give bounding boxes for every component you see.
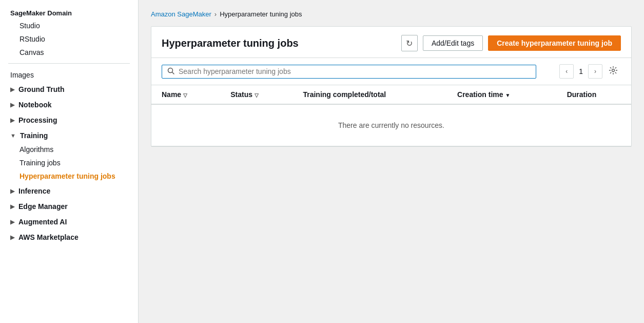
arrow-icon-edge-manager: ▶ [10, 203, 14, 210]
panel-title: Hyperparameter tuning jobs [162, 37, 299, 49]
col-header-duration[interactable]: Duration [557, 85, 631, 104]
sidebar-expandable-notebook[interactable]: ▶Notebook [0, 98, 138, 112]
arrow-icon-augmented-ai: ▶ [10, 219, 14, 225]
sidebar-item-canvas[interactable]: Canvas [0, 46, 138, 59]
arrow-icon-processing: ▶ [10, 117, 14, 124]
arrow-icon-aws-marketplace: ▶ [10, 234, 14, 241]
sidebar-group-label-augmented-ai: Augmented AI [18, 218, 67, 226]
sidebar-item-algorithms[interactable]: Algorithms [0, 143, 138, 156]
sidebar-group-edge-manager: ▶Edge Manager [0, 199, 138, 214]
sidebar-expandable-training[interactable]: ▼Training [0, 128, 138, 143]
svg-point-2 [612, 69, 615, 72]
create-hyperparameter-tuning-job-button[interactable]: Create hyperparameter tuning job [488, 35, 621, 51]
sidebar-group-label-notebook: Notebook [18, 101, 52, 109]
sidebar-group-label-inference: Inference [18, 187, 50, 195]
search-icon [167, 67, 174, 76]
breadcrumb-link[interactable]: Amazon SageMaker [151, 10, 211, 18]
col-header-name[interactable]: Name▽ [151, 85, 220, 104]
sidebar-group-label-ground-truth: Ground Truth [18, 85, 64, 93]
resources-table: Name▽Status▽Training completed/totalCrea… [151, 85, 631, 146]
refresh-icon: ↻ [406, 39, 413, 48]
sort-icon-status: ▽ [255, 92, 259, 98]
sidebar-group-training: ▼TrainingAlgorithmsTraining jobsHyperpar… [0, 128, 138, 183]
table-wrap: Name▽Status▽Training completed/totalCrea… [151, 85, 631, 146]
panel-actions: ↻ Add/Edit tags Create hyperparameter tu… [401, 35, 621, 51]
sort-icon-creation-time: ▼ [505, 92, 511, 98]
arrow-icon-inference: ▶ [10, 188, 14, 195]
sidebar-item-training-jobs[interactable]: Training jobs [0, 156, 138, 169]
sidebar-expandable-aws-marketplace[interactable]: ▶AWS Marketplace [0, 230, 138, 244]
pagination-next-icon: › [594, 68, 596, 75]
refresh-button[interactable]: ↻ [401, 35, 418, 51]
sidebar-group-ground-truth: ▶Ground Truth [0, 82, 138, 97]
search-input[interactable] [179, 67, 531, 75]
pagination-page: 1 [577, 67, 585, 75]
pagination-next-button[interactable]: › [588, 64, 602, 79]
sidebar-group-inference: ▶Inference [0, 184, 138, 198]
sidebar-expandable-edge-manager[interactable]: ▶Edge Manager [0, 199, 138, 214]
images-label: Images [0, 68, 138, 82]
col-header-training-completed[interactable]: Training completed/total [292, 85, 447, 104]
settings-icon [609, 68, 618, 77]
sidebar-expandable-processing[interactable]: ▶Processing [0, 113, 138, 127]
sidebar-item-studio[interactable]: Studio [0, 19, 138, 32]
table-settings-button[interactable] [606, 65, 621, 78]
sidebar-group-label-aws-marketplace: AWS Marketplace [18, 233, 79, 241]
col-header-status[interactable]: Status▽ [220, 85, 292, 104]
search-bar-row: ‹ 1 › [151, 58, 631, 85]
panel: Hyperparameter tuning jobs ↻ Add/Edit ta… [151, 26, 632, 147]
pagination-prev-icon: ‹ [565, 68, 568, 75]
sagemaker-domain-label: SageMaker Domain [0, 5, 138, 19]
breadcrumb-current: Hyperparameter tuning jobs [220, 10, 302, 18]
sidebar-expandable-augmented-ai[interactable]: ▶Augmented AI [0, 215, 138, 229]
sidebar-divider-1 [8, 63, 130, 64]
sidebar-group-processing: ▶Processing [0, 113, 138, 127]
arrow-icon-ground-truth: ▶ [10, 86, 14, 93]
main-content: Amazon SageMaker › Hyperparameter tuning… [139, 0, 644, 323]
sidebar-group-augmented-ai: ▶Augmented AI [0, 215, 138, 229]
arrow-icon-training: ▼ [10, 132, 16, 139]
sidebar: SageMaker Domain StudioRStudioCanvas Ima… [0, 0, 139, 323]
arrow-icon-notebook: ▶ [10, 102, 14, 108]
sidebar-item-rstudio[interactable]: RStudio [0, 32, 138, 46]
sidebar-item-hyperparameter-tuning-jobs[interactable]: Hyperparameter tuning jobs [0, 169, 138, 183]
search-input-wrap [162, 65, 536, 79]
empty-message: There are currently no resources. [151, 104, 631, 146]
sidebar-expandable-inference[interactable]: ▶Inference [0, 184, 138, 198]
sidebar-group-label-training: Training [20, 131, 48, 140]
pagination: ‹ 1 › [559, 64, 621, 79]
sidebar-expandable-ground-truth[interactable]: ▶Ground Truth [0, 82, 138, 97]
breadcrumb-separator: › [214, 10, 217, 18]
panel-header: Hyperparameter tuning jobs ↻ Add/Edit ta… [151, 27, 631, 58]
breadcrumb: Amazon SageMaker › Hyperparameter tuning… [151, 10, 632, 18]
sidebar-group-label-edge-manager: Edge Manager [18, 202, 68, 211]
sidebar-group-aws-marketplace: ▶AWS Marketplace [0, 230, 138, 244]
sidebar-group-label-processing: Processing [18, 116, 57, 124]
add-edit-tags-button[interactable]: Add/Edit tags [423, 35, 483, 51]
sidebar-group-notebook: ▶Notebook [0, 98, 138, 112]
col-header-creation-time[interactable]: Creation time▼ [447, 85, 557, 104]
svg-line-1 [172, 72, 174, 74]
sort-icon-name: ▽ [183, 92, 187, 98]
pagination-prev-button[interactable]: ‹ [559, 64, 574, 79]
